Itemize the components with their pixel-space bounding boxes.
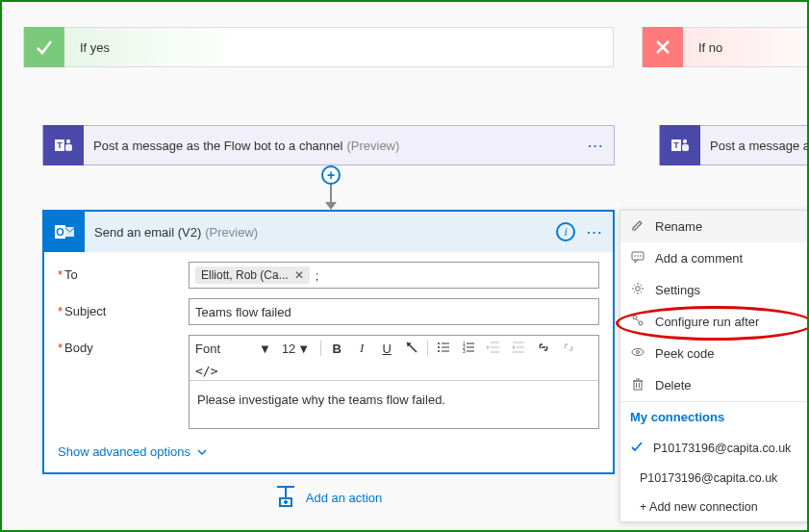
if-no-header[interactable]: If no	[642, 27, 809, 67]
underline-icon[interactable]: U	[377, 342, 396, 356]
indent-icon[interactable]	[509, 341, 528, 357]
if-yes-header[interactable]: If yes	[23, 27, 614, 67]
svg-line-40	[637, 319, 640, 322]
trash-icon	[630, 377, 645, 393]
teams-card[interactable]: T Post a message as the Flow bot to a ch…	[42, 125, 615, 165]
add-action-icon[interactable]	[275, 483, 296, 513]
code-view-button[interactable]: </>	[190, 361, 598, 380]
svg-point-41	[632, 349, 644, 356]
svg-rect-32	[682, 144, 689, 151]
subject-label: *Subject	[58, 298, 189, 325]
if-yes-label: If yes	[80, 40, 110, 55]
email-card-header[interactable]: O Send an email (V2) (Preview) i ···	[44, 212, 613, 252]
chevron-down-icon	[196, 446, 208, 458]
email-card: O Send an email (V2) (Preview) i ··· *To…	[42, 210, 615, 474]
svg-point-11	[438, 346, 440, 348]
number-list-icon[interactable]: 123	[459, 341, 478, 357]
connection-item-1[interactable]: P10173196@capita.co.uk	[620, 432, 807, 464]
menu-peek-code[interactable]: Peek code	[620, 338, 807, 369]
menu-rename[interactable]: Rename	[620, 211, 807, 242]
svg-rect-43	[634, 381, 642, 390]
outlook-icon: O	[44, 212, 85, 252]
add-step-button[interactable]: +	[321, 165, 341, 185]
outdent-icon[interactable]	[484, 341, 503, 357]
to-input[interactable]: Elliott, Rob (Ca... ✕ ;	[189, 262, 599, 289]
x-icon	[643, 27, 683, 67]
teams-icon: T	[43, 125, 84, 165]
add-connection[interactable]: + Add new connection	[620, 493, 807, 521]
connection-item-2[interactable]: P10173196@capita.co.uk	[620, 464, 807, 493]
subject-input[interactable]: Teams flow failed	[189, 298, 599, 325]
if-no-label: If no	[698, 40, 722, 55]
svg-point-31	[683, 139, 687, 143]
svg-point-39	[639, 321, 643, 325]
check-icon	[630, 440, 644, 456]
advanced-options-link[interactable]: Show advanced options	[58, 439, 599, 459]
svg-text:T: T	[673, 140, 679, 150]
menu-add-comment[interactable]: Add a comment	[620, 242, 807, 274]
body-editor[interactable]: Please investigate why the teams flow fa…	[190, 380, 598, 428]
connector: +	[321, 165, 341, 210]
teams-card-title: Post a message as the Flow bot to a chan…	[93, 139, 342, 153]
connections-header: My connections	[620, 402, 807, 432]
more-icon[interactable]: ···	[587, 225, 603, 240]
menu-delete[interactable]: Delete	[620, 369, 807, 401]
to-label: *To	[58, 262, 189, 289]
editor-toolbar: Font▼ 12▼ B I U 123	[190, 336, 598, 361]
check-icon	[24, 27, 64, 67]
svg-text:O: O	[56, 226, 64, 238]
bold-icon[interactable]: B	[327, 342, 346, 356]
italic-icon[interactable]: I	[352, 341, 371, 356]
svg-point-13	[438, 350, 440, 352]
svg-rect-5	[65, 144, 72, 151]
svg-point-34	[634, 255, 636, 257]
comment-icon	[630, 250, 645, 266]
more-icon[interactable]: ···	[588, 139, 604, 153]
bullet-list-icon[interactable]	[434, 341, 453, 357]
teams-icon: T	[660, 125, 700, 165]
run-after-icon	[630, 314, 645, 330]
teams-card-title-right: Post a message a	[710, 139, 809, 153]
add-action-link[interactable]: Add an action	[306, 491, 383, 505]
svg-point-35	[637, 255, 639, 257]
eye-icon	[630, 345, 645, 362]
svg-point-4	[66, 139, 70, 143]
context-menu: Rename Add a comment Settings Configure …	[619, 210, 808, 522]
svg-point-36	[640, 255, 642, 257]
gear-icon	[630, 282, 645, 298]
svg-point-38	[633, 316, 637, 319]
preview-tag: (Preview)	[205, 225, 258, 240]
teams-card-right[interactable]: T Post a message a	[659, 125, 809, 165]
svg-point-37	[636, 287, 641, 291]
menu-configure-run-after[interactable]: Configure run after	[620, 306, 807, 338]
svg-point-9	[438, 342, 440, 344]
body-label: *Body	[58, 335, 189, 429]
svg-point-42	[637, 351, 640, 354]
remove-token-icon[interactable]: ✕	[294, 268, 304, 282]
recipient-token[interactable]: Elliott, Rob (Ca... ✕	[195, 266, 310, 284]
preview-tag: (Preview)	[346, 139, 399, 153]
svg-text:3: 3	[463, 348, 466, 354]
font-family-select[interactable]: Font▼	[195, 342, 276, 356]
unlink-icon[interactable]	[559, 341, 578, 357]
pencil-icon	[630, 218, 645, 235]
info-icon[interactable]: i	[556, 222, 575, 241]
svg-text:T: T	[57, 140, 63, 150]
separator: ;	[316, 268, 319, 283]
font-color-icon[interactable]	[402, 341, 421, 357]
link-icon[interactable]	[534, 341, 553, 357]
email-card-title: Send an email (V2)	[94, 225, 201, 240]
menu-settings[interactable]: Settings	[620, 274, 807, 306]
svg-marker-26	[513, 345, 516, 349]
svg-marker-22	[487, 345, 490, 349]
font-size-select[interactable]: 12▼	[282, 342, 315, 356]
